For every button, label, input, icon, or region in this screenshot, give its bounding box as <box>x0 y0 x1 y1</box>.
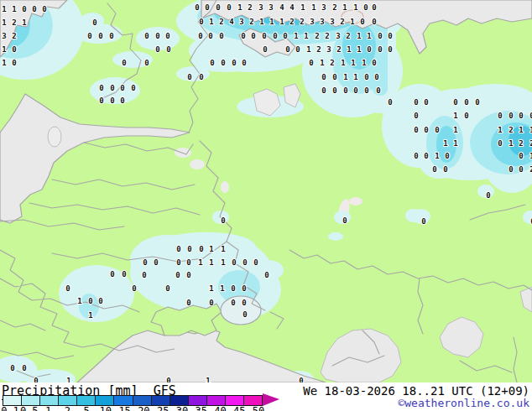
precip-value: 0 <box>453 98 457 107</box>
valid-datetime: We 18-03-2026 18..21 UTC (12+09) <box>303 384 529 398</box>
precip-value: 1 <box>350 18 354 26</box>
precip-value: 0 <box>388 32 392 40</box>
legend-tick-label: 0.1 <box>1 405 19 411</box>
precip-value: 1 <box>304 32 308 40</box>
precip-value: 0 <box>34 377 38 382</box>
legend-tick-labels: 0.10.5125101520253035404550 <box>0 405 285 411</box>
precip-value: 0 <box>353 86 357 95</box>
legend-tick-label: 30 <box>176 405 188 411</box>
precip-value: 3 <box>310 18 314 26</box>
legend-tick-label: 15 <box>118 405 130 411</box>
precip-value: 0 <box>195 3 199 12</box>
precip-value: 1 <box>347 45 351 54</box>
precip-value: 1 <box>22 18 26 27</box>
precip-value: 0 <box>166 377 170 382</box>
precip-value: 2 <box>248 3 252 12</box>
legend-tick-label: 10 <box>100 405 112 411</box>
precip-value: 1 <box>498 126 502 134</box>
precip-value: 1 <box>306 45 310 54</box>
precip-value: 1 <box>259 18 263 26</box>
precip-value: 0 <box>65 284 70 293</box>
precip-value: 2 <box>336 45 341 54</box>
legend-color-segment <box>207 396 226 405</box>
precip-value: 0 <box>88 297 92 305</box>
precip-value: 0 <box>253 258 258 267</box>
precip-value: 0 <box>273 32 277 40</box>
precip-value: 0 <box>364 73 368 81</box>
precip-value: 4 <box>279 3 284 12</box>
precip-value: 0 <box>209 299 213 307</box>
precip-value: 0 <box>243 258 247 267</box>
precip-value: 1 <box>209 18 213 26</box>
precip-value: 1 <box>2 18 6 27</box>
precip-value: 0 <box>155 45 159 54</box>
legend-tick-label: 40 <box>214 405 226 411</box>
precip-value: 0 <box>98 297 102 305</box>
precipitation-map-screenshot: 1100012132101000000000000000000000000012… <box>0 0 532 411</box>
precip-value: 0 <box>443 165 447 174</box>
precip-value: 3 <box>330 18 334 26</box>
precip-value: 3 <box>321 3 326 12</box>
legend-arrow <box>263 393 279 406</box>
precip-value: 3 <box>320 18 324 26</box>
legend-tick-label: 1 <box>45 405 51 411</box>
precip-value: 1 <box>279 18 284 26</box>
precip-value: 1 <box>367 32 371 40</box>
precip-value: 0 <box>519 165 523 174</box>
precip-value: 0 <box>110 96 114 105</box>
precip-value: 0 <box>498 139 502 148</box>
precip-value: 0 <box>122 59 126 67</box>
precip-value: 0 <box>154 258 158 267</box>
legend-color-segment <box>77 396 96 405</box>
precip-value: 0 <box>175 271 180 279</box>
precip-value: 0 <box>187 245 191 253</box>
precip-value: 0 <box>165 32 170 40</box>
precip-value: 1 <box>353 3 357 12</box>
precip-value: 0 <box>155 32 159 40</box>
precip-value: 1 <box>2 59 6 67</box>
precip-value: 1 <box>341 59 345 67</box>
precip-value: 2 <box>325 32 329 40</box>
precip-value: 0 <box>120 96 124 105</box>
precip-value: 1 <box>362 59 366 67</box>
precip-value: 3 <box>269 3 273 12</box>
precip-value: 0 <box>264 271 269 279</box>
small-lake <box>221 181 229 193</box>
precip-value: 0 <box>332 73 336 81</box>
copyright-link[interactable]: ©weatheronline.co.uk <box>398 397 529 409</box>
legend-color-segment <box>152 396 170 405</box>
precip-value: 4 <box>229 18 234 26</box>
precip-value: 0 <box>186 258 190 267</box>
precip-value: 1 <box>269 18 274 26</box>
precip-value: 0 <box>360 18 364 26</box>
precip-value: 2 <box>519 139 523 148</box>
precip-value: 0 <box>199 18 203 26</box>
precip-value: 0 <box>243 310 247 319</box>
precip-value: 0 <box>364 86 368 95</box>
precip-value: 3 <box>336 32 340 40</box>
precip-value: 1 <box>77 297 81 305</box>
precip-value: 2 <box>332 3 336 12</box>
precip-value: 2 <box>289 18 294 26</box>
precip-value: 2 <box>330 59 334 67</box>
precip-value: 0 <box>186 271 190 279</box>
precip-value: 0 <box>231 299 235 307</box>
precip-value: 1 <box>320 59 324 67</box>
precip-value: 0 <box>285 45 289 54</box>
precip-value: 1 <box>351 59 355 67</box>
precip-value: 0 <box>208 32 212 40</box>
precip-value: 0 <box>509 112 513 120</box>
precip-value: 2 <box>316 45 321 54</box>
precip-value: 0 <box>12 59 16 67</box>
precip-value: 0 <box>132 284 136 293</box>
precip-value: 0 <box>432 165 436 174</box>
precip-value: 0 <box>187 73 191 81</box>
precip-value: 1 <box>2 45 6 54</box>
legend-tick-label: 25 <box>157 405 169 411</box>
legend-color-segment <box>40 396 59 405</box>
precip-value: 0 <box>509 165 513 174</box>
precip-value: 1 <box>237 3 242 12</box>
precip-value: 1 <box>220 284 224 293</box>
legend-color-segment <box>96 396 114 405</box>
precip-value: 1 <box>221 258 225 267</box>
